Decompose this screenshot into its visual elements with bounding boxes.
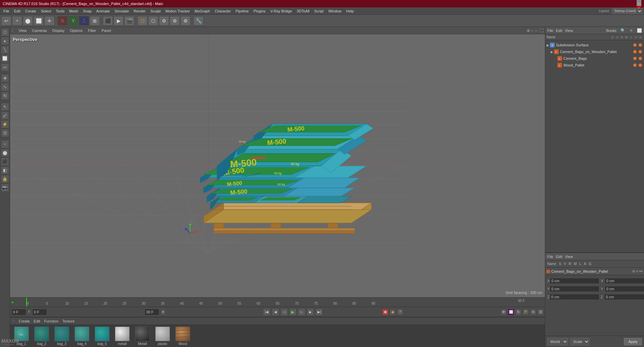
- menu-snap[interactable]: Snap: [81, 8, 94, 14]
- menu-plugins[interactable]: Plugins: [251, 8, 267, 14]
- toolbar-z-axis[interactable]: Z: [79, 16, 89, 26]
- mat-menu-texture[interactable]: Texture: [62, 319, 75, 323]
- toolbar-all-axis[interactable]: ⊞: [90, 16, 100, 26]
- toolbar-snap[interactable]: 🔧: [194, 16, 204, 26]
- menu-pipeline[interactable]: Pipeline: [233, 8, 251, 14]
- sidebar-rotate[interactable]: ↻: [1, 92, 9, 100]
- mode-icon-6[interactable]: ☰: [538, 309, 544, 315]
- attr-z-pos-input[interactable]: [550, 294, 599, 300]
- obj-menu-file[interactable]: File: [547, 29, 553, 33]
- sidebar-paint[interactable]: 🖊: [1, 112, 9, 120]
- toolbar-settings[interactable]: ⚙: [159, 16, 169, 26]
- attr-y-pos-input[interactable]: [550, 286, 599, 292]
- attr-z-rot-input[interactable]: [604, 294, 644, 300]
- sidebar-sculpt[interactable]: ⬤: [1, 149, 9, 157]
- next-keyframe-button[interactable]: ▶: [307, 308, 314, 316]
- mode-icon-4[interactable]: P: [523, 309, 529, 315]
- toolbar-move[interactable]: ✛: [44, 16, 54, 26]
- sidebar-model-mode[interactable]: ⬡: [1, 28, 9, 36]
- prev-frame-button[interactable]: ◁: [281, 308, 288, 316]
- material-bag3[interactable]: bag_3: [53, 327, 71, 346]
- help-button[interactable]: ?: [397, 309, 403, 315]
- obj-item-cement-bags[interactable]: L Cement_Bags: [545, 55, 644, 62]
- goto-start-button[interactable]: |◀: [263, 308, 270, 316]
- material-metall-dark[interactable]: Metall: [134, 327, 151, 346]
- obj-books[interactable]: Books: [606, 29, 616, 33]
- toolbar-render-settings[interactable]: ⚙: [180, 16, 190, 26]
- viewport-menu-display[interactable]: Display: [51, 28, 66, 33]
- apply-button[interactable]: Apply: [624, 338, 642, 345]
- obj-close-btn[interactable]: ✕: [630, 28, 633, 33]
- goto-end-button[interactable]: ▶|: [315, 308, 323, 316]
- sidebar-extrude[interactable]: ⊡: [1, 129, 9, 137]
- toolbar-obj-mode[interactable]: ⬡: [137, 16, 147, 26]
- sidebar-uv[interactable]: UV: [1, 63, 9, 71]
- sidebar-knife[interactable]: ⚡: [1, 120, 9, 128]
- viewport-menu-filter[interactable]: Filter: [87, 28, 97, 33]
- attr-menu-edit[interactable]: Edit: [556, 255, 562, 259]
- viewport-nav-icons[interactable]: ⊕ ↕ ↔ ⛶: [527, 28, 544, 33]
- toolbar-undo[interactable]: ↩: [1, 16, 11, 26]
- sidebar-poly[interactable]: ⬛: [1, 158, 9, 166]
- obj-item-wood-pallet[interactable]: L Wood_Pallet: [545, 62, 644, 69]
- menu-edit[interactable]: Edit: [12, 8, 23, 14]
- mat-menu-edit[interactable]: Edit: [34, 319, 40, 323]
- viewport-menu-options[interactable]: Options: [69, 28, 84, 33]
- mode-icon-3[interactable]: ↻: [515, 309, 521, 315]
- record-button[interactable]: ⏺: [382, 309, 388, 315]
- obj-item-cement-pallet[interactable]: ▶ L Cement_Bags_on_Wooden_Pallet: [545, 48, 644, 55]
- material-bag4[interactable]: bag_4: [73, 327, 91, 346]
- menu-file[interactable]: File: [1, 8, 11, 14]
- sidebar-edge[interactable]: ╲: [1, 46, 9, 54]
- menu-mesh[interactable]: Mesh: [67, 8, 80, 14]
- toolbar-render-to-pic[interactable]: 🎬: [124, 16, 134, 26]
- sidebar-texture[interactable]: ◧: [1, 166, 9, 174]
- sidebar-hair[interactable]: ~: [1, 140, 9, 148]
- toolbar-edit-mode[interactable]: ⬡: [148, 16, 158, 26]
- toolbar-cube[interactable]: ⬜: [34, 16, 44, 26]
- toolbar-sphere[interactable]: ⬤: [23, 16, 33, 26]
- maximize-button[interactable]: □: [637, 1, 641, 6]
- layout-dropdown[interactable]: Startup (Used): [612, 8, 643, 14]
- keyframe-button[interactable]: ◆: [390, 309, 396, 315]
- attr-y-rot-input[interactable]: [605, 286, 644, 292]
- toolbar-render-region[interactable]: ⬛: [103, 16, 113, 26]
- obj-menu-edit[interactable]: Edit: [556, 29, 562, 33]
- menu-mograph[interactable]: MoGraph: [192, 8, 212, 14]
- attr-x-pos-input[interactable]: [550, 278, 599, 284]
- toolbar-y-axis[interactable]: Y: [68, 16, 78, 26]
- menu-tools[interactable]: Tools: [54, 8, 67, 14]
- attr-obj-btns[interactable]: ⚙ ≡ •••: [632, 269, 643, 273]
- viewport-menu-view[interactable]: View: [17, 28, 28, 33]
- sidebar-polygon[interactable]: ⬜: [1, 54, 9, 62]
- menu-character[interactable]: Character: [213, 8, 233, 14]
- fps-field[interactable]: [144, 309, 159, 315]
- frame-sub-input[interactable]: [32, 309, 47, 315]
- toolbar-x-axis[interactable]: X: [57, 16, 68, 26]
- current-frame-input[interactable]: [11, 309, 26, 315]
- menu-help[interactable]: Help: [344, 8, 356, 14]
- mode-icon-1[interactable]: ✜: [501, 309, 507, 315]
- material-bag2[interactable]: bag_2: [33, 327, 50, 346]
- play-button[interactable]: ▶: [289, 308, 297, 316]
- attr-x-rot-input[interactable]: [605, 278, 644, 284]
- obj-expand-btn[interactable]: ⬜: [637, 28, 642, 33]
- attr-menu-file[interactable]: File: [547, 255, 553, 259]
- attr-menu-view[interactable]: View: [565, 255, 573, 259]
- menu-3dtoall[interactable]: 3DToAll: [295, 8, 311, 14]
- viewport-menu-cameras[interactable]: Cameras: [31, 28, 48, 33]
- menu-script[interactable]: Script: [312, 8, 326, 14]
- next-frame-button[interactable]: ▷: [298, 308, 305, 316]
- menu-select[interactable]: Select: [39, 8, 53, 14]
- toolbar-anim[interactable]: ⚙: [170, 16, 180, 26]
- mat-menu-create[interactable]: Create: [19, 319, 30, 323]
- menu-render[interactable]: Render: [132, 8, 148, 14]
- viewport[interactable]: Perspective: [10, 34, 545, 297]
- sidebar-magnet[interactable]: 🔒: [1, 175, 9, 183]
- sidebar-camera[interactable]: 📷: [1, 184, 9, 192]
- menu-simulate[interactable]: Simulate: [113, 8, 131, 14]
- obj-item-subdivision[interactable]: ▶ S Subdivision Surface: [545, 42, 644, 48]
- material-plastic[interactable]: plastic: [154, 327, 171, 346]
- menu-vray[interactable]: V-Ray Bridge: [268, 8, 294, 14]
- menu-animate[interactable]: Animate: [94, 8, 112, 14]
